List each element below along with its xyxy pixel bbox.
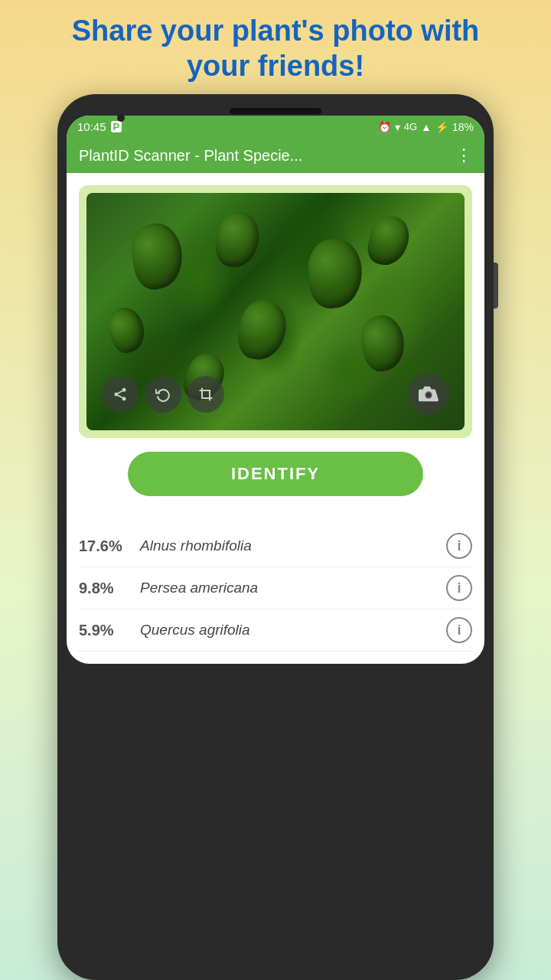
plant-image	[86, 193, 465, 430]
battery-percent: 18%	[452, 121, 474, 133]
clock-time: 10:45	[77, 120, 106, 133]
avocado-fruit-2	[214, 211, 261, 270]
share-button[interactable]	[102, 376, 139, 413]
svg-point-6	[426, 393, 431, 397]
phone-speaker	[230, 108, 321, 114]
camera-button[interactable]	[408, 374, 449, 415]
result-name-2: Persea americana	[140, 580, 446, 596]
svg-line-3	[118, 395, 122, 397]
wifi-icon: ▾	[395, 121, 400, 133]
avocado-fruit-3	[305, 237, 365, 310]
avocado-fruit-1	[127, 220, 187, 292]
refresh-button[interactable]	[145, 376, 181, 413]
carrier-icon: P	[111, 121, 122, 132]
svg-point-1	[115, 393, 119, 397]
status-left: 10:45 P	[77, 120, 122, 133]
results-section: 17.6% Alnus rhombifolia i 9.8% Persea am…	[67, 522, 484, 664]
left-controls	[102, 376, 224, 413]
header-line1: Share your plant's photo with	[72, 15, 480, 47]
avocado-fruit-4	[364, 212, 413, 270]
overflow-menu-button[interactable]: ⋮	[455, 145, 472, 165]
status-bar: 10:45 P ⏰ ▾ 4G ▲ ⚡ 18%	[67, 116, 484, 138]
signal-icon: ▲	[421, 121, 432, 133]
phone-screen: 10:45 P ⏰ ▾ 4G ▲ ⚡ 18% PlantID Scanner -…	[67, 116, 484, 664]
result-row-1: 17.6% Alnus rhombifolia i	[79, 525, 472, 567]
image-controls	[102, 374, 449, 415]
result-name-1: Alnus rhombifolia	[140, 537, 446, 554]
crop-button[interactable]	[187, 376, 224, 413]
app-bar: PlantID Scanner - Plant Specie... ⋮	[67, 138, 484, 173]
result-percent-1: 17.6%	[79, 537, 140, 555]
header-line2: your friends!	[187, 50, 364, 82]
battery-icon: ⚡	[435, 121, 448, 133]
info-button-1[interactable]: i	[446, 533, 472, 559]
result-row-3: 5.9% Quercus agrifolia i	[79, 609, 472, 652]
network-icon: 4G	[404, 121, 417, 132]
app-title: PlantID Scanner - Plant Specie...	[79, 147, 302, 165]
content-area: IDENTIFY	[67, 173, 484, 522]
avocado-fruit-7	[357, 312, 409, 374]
result-percent-3: 5.9%	[79, 622, 140, 639]
image-container	[79, 185, 472, 438]
avocado-fruit-6	[236, 297, 289, 363]
info-button-2[interactable]: i	[446, 575, 472, 601]
promo-header: Share your plant's photo with your frien…	[57, 0, 495, 94]
phone-device: 10:45 P ⏰ ▾ 4G ▲ ⚡ 18% PlantID Scanner -…	[57, 94, 494, 980]
status-right: ⏰ ▾ 4G ▲ ⚡ 18%	[378, 121, 474, 133]
svg-line-4	[118, 391, 122, 394]
identify-button[interactable]: IDENTIFY	[128, 452, 423, 496]
power-button	[494, 263, 498, 309]
alarm-icon: ⏰	[378, 121, 391, 133]
result-row-2: 9.8% Persea americana i	[79, 567, 472, 609]
svg-point-2	[122, 397, 126, 401]
info-button-3[interactable]: i	[446, 617, 472, 643]
svg-point-0	[122, 388, 126, 392]
avocado-fruit-5	[103, 303, 150, 357]
result-name-3: Quercus agrifolia	[140, 622, 446, 639]
result-percent-2: 9.8%	[79, 580, 140, 597]
